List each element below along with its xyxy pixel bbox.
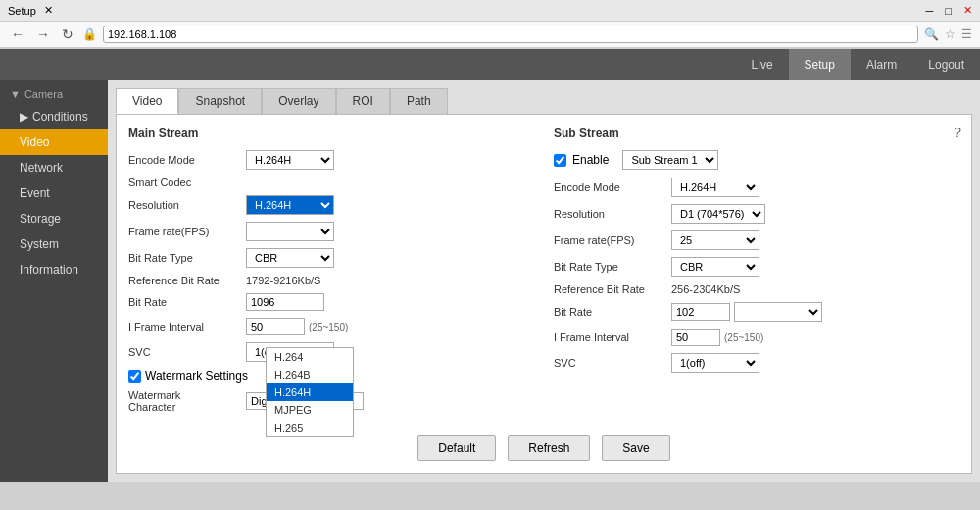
tab-video[interactable]: Video bbox=[116, 88, 178, 114]
tab-bar: Video Snapshot Overlay ROI Path bbox=[116, 88, 972, 114]
smart-codec-label: Smart Codec bbox=[128, 177, 246, 188]
sidebar-item-system[interactable]: System bbox=[0, 231, 108, 257]
resolution-select[interactable]: H.264H bbox=[246, 195, 334, 215]
dropdown-option-mjpeg[interactable]: MJPEG bbox=[267, 401, 353, 419]
iframe-range-hint: (25~150) bbox=[309, 322, 348, 332]
back-button[interactable]: ← bbox=[8, 26, 27, 42]
nav-setup-button[interactable]: Setup bbox=[789, 49, 851, 80]
close-window-icon[interactable]: ✕ bbox=[963, 4, 972, 17]
sub-enable-label[interactable]: Enable bbox=[572, 153, 609, 167]
sub-svc-select[interactable]: 1(off) bbox=[671, 353, 760, 373]
sub-bitrate-input[interactable] bbox=[671, 303, 730, 321]
sub-stream-title: Sub Stream bbox=[554, 127, 959, 140]
sidebar-section-arrow: ▼ bbox=[10, 88, 21, 100]
dropdown-option-h264b[interactable]: H.264B bbox=[267, 366, 353, 383]
sub-bitrate-unit-select[interactable] bbox=[734, 302, 822, 322]
iframe-interval-input[interactable] bbox=[246, 318, 305, 335]
sub-framerate-select[interactable]: 25 bbox=[671, 230, 760, 250]
svc-label: SVC bbox=[128, 346, 246, 358]
refresh-button[interactable]: Refresh bbox=[508, 435, 590, 461]
nav-alarm-button[interactable]: Alarm bbox=[851, 49, 912, 80]
sub-framerate-label: Frame rate(FPS) bbox=[554, 234, 671, 246]
watermark-checkbox[interactable] bbox=[128, 370, 141, 382]
top-nav: Live Setup Alarm Logout bbox=[0, 49, 980, 80]
dropdown-option-h265[interactable]: H.265 bbox=[267, 419, 353, 436]
resolution-row: Resolution H.264H H.264 H.264B H.264H MJ… bbox=[128, 195, 534, 215]
two-column-layout: Main Stream Encode Mode H.264H Smart Cod… bbox=[128, 127, 959, 420]
sidebar-item-video[interactable]: Video bbox=[0, 129, 108, 155]
framerate-select[interactable] bbox=[246, 222, 334, 241]
tab-path[interactable]: Path bbox=[390, 88, 448, 114]
sidebar: ▼ Camera ▶ Conditions Video Network Even… bbox=[0, 80, 108, 482]
framerate-row: Frame rate(FPS) bbox=[128, 222, 534, 241]
encode-mode-select[interactable]: H.264H bbox=[246, 150, 334, 170]
sidebar-item-storage[interactable]: Storage bbox=[0, 206, 108, 231]
dropdown-option-h264[interactable]: H.264 bbox=[267, 348, 353, 366]
sub-svc-label: SVC bbox=[554, 357, 671, 369]
sub-enable-row: Enable Sub Stream 1 bbox=[554, 150, 959, 170]
framerate-label: Frame rate(FPS) bbox=[128, 226, 246, 237]
tab-close-icon[interactable]: ✕ bbox=[44, 4, 53, 17]
app-container: Live Setup Alarm Logout ▼ Camera ▶ Condi… bbox=[0, 49, 980, 481]
sub-enable-checkbox[interactable] bbox=[554, 154, 566, 167]
tab-snapshot[interactable]: Snapshot bbox=[178, 88, 262, 114]
sub-encode-mode-select[interactable]: H.264H bbox=[671, 178, 760, 197]
search-icon: 🔍 bbox=[924, 27, 939, 41]
nav-live-button[interactable]: Live bbox=[736, 49, 789, 80]
default-button[interactable]: Default bbox=[417, 435, 496, 461]
sub-bitrate-type-select[interactable]: CBR bbox=[671, 257, 760, 277]
sub-encode-mode-label: Encode Mode bbox=[554, 181, 671, 193]
encode-mode-row: Encode Mode H.264H bbox=[128, 150, 534, 170]
sidebar-system-label: System bbox=[20, 237, 59, 251]
tab-overlay[interactable]: Overlay bbox=[262, 88, 335, 114]
minimize-icon[interactable]: ─ bbox=[926, 5, 934, 17]
sub-svc-row: SVC 1(off) bbox=[554, 353, 959, 373]
help-icon[interactable]: ? bbox=[954, 125, 961, 140]
sub-resolution-label: Resolution bbox=[554, 208, 671, 220]
watermark-checkbox-label[interactable]: Watermark Settings bbox=[145, 369, 248, 382]
sidebar-event-label: Event bbox=[20, 186, 50, 200]
maximize-icon[interactable]: □ bbox=[945, 5, 952, 17]
sub-iframe-row: I Frame Interval (25~150) bbox=[554, 329, 959, 346]
sub-iframe-label: I Frame Interval bbox=[554, 332, 671, 343]
sidebar-item-event[interactable]: Event bbox=[0, 180, 108, 206]
sub-bitrate-label: Bit Rate bbox=[554, 306, 671, 318]
sub-iframe-input[interactable] bbox=[671, 329, 720, 346]
sidebar-item-network[interactable]: Network bbox=[0, 155, 108, 180]
bitrate-label: Bit Rate bbox=[128, 296, 246, 308]
save-button[interactable]: Save bbox=[602, 435, 669, 461]
sub-bitrate-type-label: Bit Rate Type bbox=[554, 261, 671, 273]
sub-bitrate-type-row: Bit Rate Type CBR bbox=[554, 257, 959, 277]
sidebar-item-conditions[interactable]: ▶ Conditions bbox=[0, 104, 108, 129]
forward-button[interactable]: → bbox=[33, 26, 53, 42]
iframe-interval-label: I Frame Interval bbox=[128, 321, 246, 332]
sidebar-section-label: Camera bbox=[24, 88, 63, 100]
sub-stream-select[interactable]: Sub Stream 1 bbox=[622, 150, 718, 170]
content-area: Video Snapshot Overlay ROI Path ? Main S… bbox=[108, 80, 980, 482]
watermark-character-label: WatermarkCharacter bbox=[128, 389, 246, 413]
sub-ref-bitrate-value: 256-2304Kb/S bbox=[671, 283, 740, 295]
sub-resolution-select[interactable]: D1 (704*576) bbox=[671, 204, 765, 224]
refresh-button[interactable]: ↻ bbox=[59, 26, 76, 42]
bitrate-type-label: Bit Rate Type bbox=[128, 252, 246, 264]
main-stream-title: Main Stream bbox=[128, 127, 534, 140]
tab-roi[interactable]: ROI bbox=[336, 88, 390, 114]
bitrate-input[interactable] bbox=[246, 293, 324, 311]
address-input[interactable] bbox=[103, 26, 918, 43]
nav-logout-button[interactable]: Logout bbox=[912, 49, 980, 80]
sub-framerate-row: Frame rate(FPS) 25 bbox=[554, 230, 959, 250]
star-icon: ☆ bbox=[945, 27, 956, 41]
ref-bitrate-row: Reference Bit Rate 1792-9216Kb/S bbox=[128, 275, 534, 286]
button-row: Default Refresh Save bbox=[128, 435, 959, 461]
dropdown-option-h264h[interactable]: H.264H bbox=[267, 383, 353, 401]
bitrate-row: Bit Rate bbox=[128, 293, 534, 311]
title-bar: Setup ✕ ─ □ ✕ bbox=[0, 0, 980, 22]
bitrate-type-row: Bit Rate Type CBR bbox=[128, 248, 534, 268]
sub-ref-bitrate-label: Reference Bit Rate bbox=[554, 283, 671, 295]
main-panel: ? Main Stream Encode Mode H.264H bbox=[116, 114, 972, 474]
bitrate-type-select[interactable]: CBR bbox=[246, 248, 334, 268]
sub-stream-col: Sub Stream Enable Sub Stream 1 Encode Mo… bbox=[554, 127, 959, 420]
sub-ref-bitrate-row: Reference Bit Rate 256-2304Kb/S bbox=[554, 283, 959, 295]
ref-bitrate-label: Reference Bit Rate bbox=[128, 275, 246, 286]
sidebar-item-information[interactable]: Information bbox=[0, 257, 108, 282]
